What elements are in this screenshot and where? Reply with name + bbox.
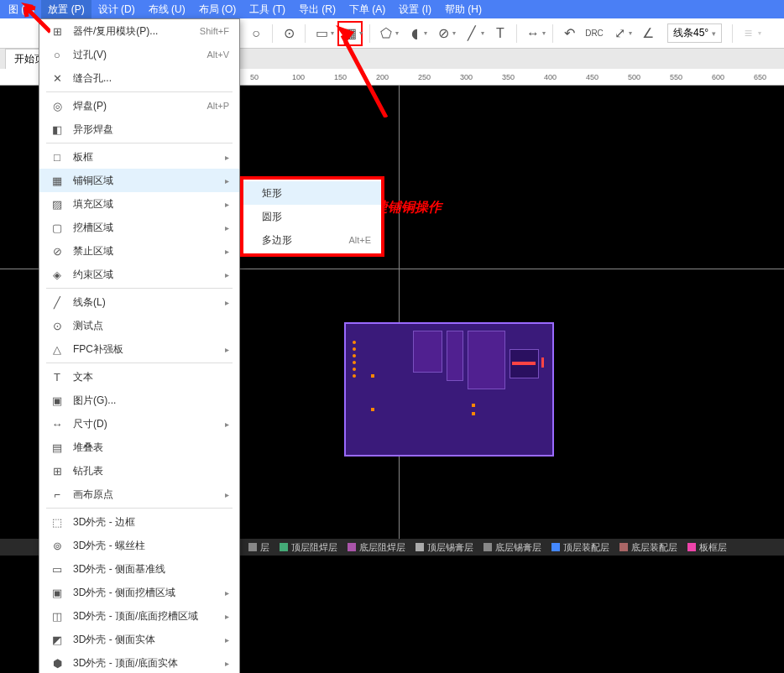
menu-line[interactable]: ╱线条(L)▸ [39,290,239,314]
menu-help[interactable]: 帮助 (H) [438,0,489,18]
menu-copper-pour[interactable]: ▦铺铜区域▸ [39,169,239,192]
arrow-icon: ▸ [225,176,229,185]
tool-mark-icon[interactable]: ⊙ [276,21,301,46]
menu-3d-screw[interactable]: ⊚3D外壳 - 螺丝柱 [39,534,239,557]
3d-icon: ▣ [50,587,65,599]
dropdown-icon[interactable]: ▾ [542,29,546,37]
menu-view[interactable]: 图 (V) [2,0,41,18]
tool-angle-icon[interactable]: ∠ [635,21,661,46]
menu-origin[interactable]: ⌐画布原点▸ [39,483,239,506]
copper-submenu: 矩形 圆形 多边形Alt+E [240,176,384,257]
menu-fpc[interactable]: △FPC补强板▸ [39,337,239,361]
3d-icon: ⊚ [50,540,65,552]
menu-board-outline[interactable]: □板框▸ [39,145,239,169]
3d-icon: ⬚ [50,516,65,529]
line-mode-select[interactable]: 线条45° ▾ [667,23,722,43]
dropdown-icon[interactable]: ▾ [331,29,334,37]
arrow-icon: ▸ [225,298,229,307]
arrow-icon: ▸ [225,223,229,232]
text-icon: T [50,371,65,383]
menu-layout[interactable]: 布局 (O) [192,0,243,18]
tool-text-icon[interactable]: T [488,21,513,46]
dropdown-icon[interactable]: ▾ [424,29,427,37]
menu-tools[interactable]: 工具 (T) [243,0,292,18]
menu-component[interactable]: ⊞器件/复用模块(P)...Shift+F [39,19,239,43]
layer-tab[interactable]: 板框层 [682,541,732,554]
menu-order[interactable]: 下单 (A) [342,0,392,18]
arrow-icon: ▸ [225,200,229,209]
3d-icon: ◩ [50,634,65,646]
board-icon: □ [50,151,65,164]
dropdown-icon[interactable]: ▾ [395,29,399,37]
stackup-icon: ▤ [50,441,65,454]
copper-icon: ▦ [50,175,65,187]
menu-3d-top-slot[interactable]: ◫3D外壳 - 顶面/底面挖槽区域▸ [39,604,239,628]
layer-tab[interactable]: 顶层锡膏层 [410,541,478,554]
dropdown-icon[interactable]: ▾ [629,29,632,37]
dropdown-icon[interactable]: ▾ [481,29,484,37]
arrow-icon: ▸ [225,659,229,668]
tool-drc-icon[interactable]: DRC [582,21,607,46]
menu-slot[interactable]: ▢挖槽区域▸ [39,216,239,239]
menu-keepout[interactable]: ⊘禁止区域▸ [39,239,239,263]
menu-constraint[interactable]: ◈约束区域▸ [39,263,239,286]
crosshair-v [399,86,400,539]
menu-settings[interactable]: 设置 (I) [392,0,438,18]
layer-tab[interactable]: 顶层装配层 [546,541,614,554]
layer-tab[interactable]: 底层阻焊层 [342,541,410,554]
menu-3d-outline[interactable]: ⬚3D外壳 - 边框 [39,510,239,534]
arrow-icon: ▸ [225,247,229,256]
stitching-icon: ✕ [50,72,65,85]
menu-3d-top-solid[interactable]: ⬢3D外壳 - 顶面/底面实体▸ [39,651,239,673]
menu-stackup[interactable]: ▤堆叠表 [39,436,239,459]
component-icon: ⊞ [50,25,65,38]
menu-stitching[interactable]: ✕缝合孔... [39,66,239,90]
arrow-icon: ▸ [225,420,229,429]
layer-tab[interactable]: 底层装配层 [614,541,682,554]
menu-place[interactable]: 放置 (P) [41,0,91,18]
menu-3d-side-solid[interactable]: ◩3D外壳 - 侧面实体▸ [39,628,239,651]
menu-3d-side-ref[interactable]: ▭3D外壳 - 侧面基准线 [39,557,239,581]
keepout-icon: ⊘ [50,245,65,258]
menu-drill[interactable]: ⊞钻孔表 [39,459,239,483]
pcb-board[interactable] [344,322,554,456]
fpc-icon: △ [50,343,65,356]
tool-circle-icon[interactable]: ○ [243,21,269,46]
fill-icon: ▨ [50,198,65,211]
menu-custom-pad[interactable]: ◧异形焊盘 [39,117,239,141]
constraint-icon: ◈ [50,269,65,281]
arrow-icon: ▸ [225,153,229,162]
tool-undo-icon[interactable]: ↶ [557,21,582,46]
dropdown-icon[interactable]: ▾ [758,29,761,37]
menu-image[interactable]: ▣图片(G)... [39,389,239,412]
menu-design[interactable]: 设计 (D) [91,0,142,18]
layer-tab[interactable]: 顶层阻焊层 [274,541,342,554]
place-dropdown: ⊞器件/复用模块(P)...Shift+F ○过孔(V)Alt+V ✕缝合孔..… [39,18,240,673]
menu-pad[interactable]: ◎焊盘(P)Alt+P [39,94,239,117]
arrow-icon: ▸ [225,612,229,621]
arrow-icon: ▸ [225,588,229,597]
menu-text[interactable]: T文本 [39,365,239,389]
menu-testpoint[interactable]: ⊙测试点 [39,314,239,337]
testpoint-icon: ⊙ [50,320,65,332]
dropdown-icon[interactable]: ▾ [452,29,456,37]
origin-icon: ⌐ [50,488,65,501]
menu-export[interactable]: 导出 (R) [292,0,342,18]
layer-tab[interactable]: 层 [243,541,274,554]
dropdown-icon[interactable]: ▾ [359,29,363,37]
line-icon: ╱ [50,296,65,309]
via-icon: ○ [50,49,65,61]
menu-dimension[interactable]: ↔尺寸(D)▸ [39,412,239,436]
menu-route[interactable]: 布线 (U) [142,0,192,18]
slot-icon: ▢ [50,222,65,234]
arrow-icon: ▸ [225,345,229,354]
layer-tab[interactable]: 底层锡膏层 [478,541,546,554]
submenu-circle[interactable]: 圆形 [243,205,381,228]
image-icon: ▣ [50,394,65,407]
menu-via[interactable]: ○过孔(V)Alt+V [39,43,239,66]
menu-fill[interactable]: ▨填充区域▸ [39,192,239,216]
dim-icon: ↔ [50,418,65,430]
menu-3d-side-slot[interactable]: ▣3D外壳 - 侧面挖槽区域▸ [39,581,239,604]
submenu-polygon[interactable]: 多边形Alt+E [243,228,381,252]
submenu-rect[interactable]: 矩形 [243,181,381,205]
